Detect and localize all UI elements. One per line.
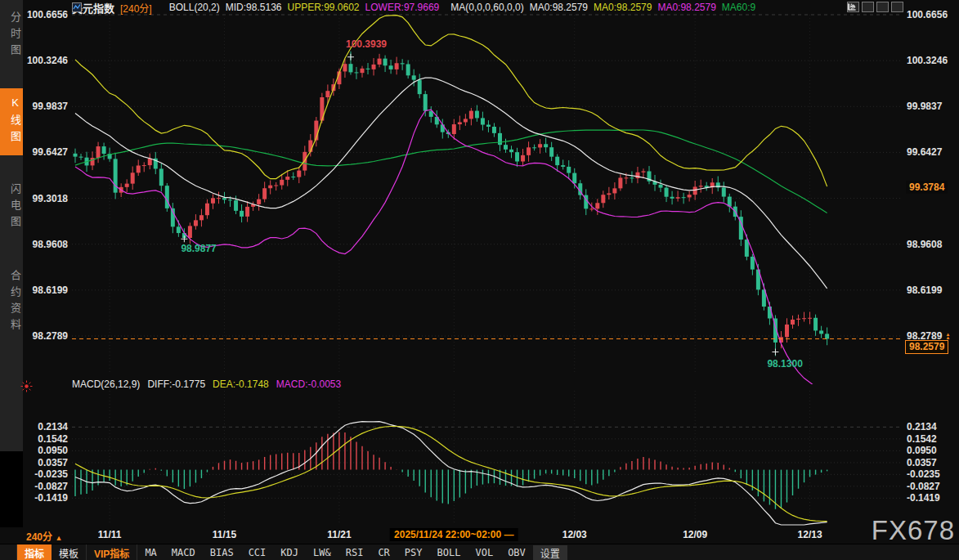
period-selector[interactable]: 240分 ▲ <box>26 529 62 543</box>
price-tick-label: 98.2789 <box>33 330 68 342</box>
high-price-annotation: 100.3939 <box>346 38 387 50</box>
chart-mode-tabs: 分时图 K线图 闪电图 合约资料 <box>0 0 23 451</box>
indicator-buttons: MAMACDBIASCCIKDJLW&RSICRPSYBOLLVOLOBV设置 <box>137 544 567 560</box>
chart-window: 美元指数 [240分] BOLL(20,2) MID:98.5136 UPPER… <box>23 0 959 527</box>
macd-params-label: MACD(26,12,9) <box>72 379 140 390</box>
price-pane[interactable] <box>72 0 906 384</box>
price-tick-label: 98.6199 <box>907 284 942 296</box>
ma0-yellow-value: MA0:98.2579 <box>594 2 652 13</box>
low-price-annotation-1: 98.9877 <box>181 243 216 254</box>
date-tick-label: 12/09 <box>683 529 707 540</box>
macd-diff-value: DIFF:-0.1775 <box>147 379 205 390</box>
price-tick-label: -0.1419 <box>34 492 68 504</box>
macd-pane[interactable] <box>72 384 906 530</box>
macd-header: MACD(26,12,9) DIFF:-0.1775 DEA:-0.1748 M… <box>72 379 341 390</box>
price-tick-label: 100.6656 <box>27 9 68 20</box>
date-tick-label: 11/11 <box>98 529 122 540</box>
price-tick-label: 0.0357 <box>907 457 937 468</box>
sidebar-tab-contract-info[interactable]: 合约资料 <box>0 262 23 343</box>
price-tick-label: 99.6427 <box>907 146 942 158</box>
date-tick-label: 12/13 <box>798 529 822 540</box>
indicator-button-macd[interactable]: MACD <box>164 544 203 560</box>
indicator-toolbar: 指标 模板 VIP指标 MAMACDBIASCCIKDJLW&RSICRPSYB… <box>0 544 959 560</box>
price-tick-label: -0.0827 <box>907 481 940 492</box>
ma-label: MA(0,0,0,60,0,0) <box>450 2 523 13</box>
ma60-value: MA60:9 <box>722 2 755 13</box>
indicator-header: 美元指数 [240分] BOLL(20,2) MID:98.5136 UPPER… <box>72 1 755 14</box>
left-sidebar: 分时图 K线图 闪电图 合约资料 <box>0 0 23 527</box>
indicator-button-cci[interactable]: CCI <box>241 544 274 560</box>
sidebar-tab-kline[interactable]: K线图 <box>0 88 23 155</box>
price-tick-label: 100.3246 <box>907 55 948 66</box>
left-price-axis: 100.6656100.324699.983799.642799.301898.… <box>23 0 69 530</box>
indicator-button-bias[interactable]: BIAS <box>203 544 241 560</box>
price-tick-label: 0.1542 <box>907 433 937 445</box>
date-tick-label: 11/21 <box>327 529 351 540</box>
prev-close-badge: 99.3784 <box>906 181 948 194</box>
last-price-box: 98.2579 <box>905 340 948 354</box>
price-tick-label: 0.2134 <box>907 421 937 432</box>
date-tick-label: 12/03 <box>562 529 587 540</box>
crosshair-datetime-label: 2025/11/24 22:00~02:00 — <box>390 528 518 541</box>
period-label[interactable]: [240分] <box>120 1 152 15</box>
right-price-axis: 99.3784 98.2579 100.6656100.324699.98379… <box>904 0 959 530</box>
indicator-button-cr[interactable]: CR <box>370 544 397 560</box>
indicator-button-kdj[interactable]: KDJ <box>273 544 306 560</box>
price-tick-label: 99.9837 <box>907 101 942 112</box>
price-tick-label: 99.6427 <box>33 146 68 158</box>
indicator-button-lw[interactable]: LW& <box>306 544 338 560</box>
indicator-button-vol[interactable]: VOL <box>468 544 500 560</box>
indicator-button-boll[interactable]: BOLL <box>430 544 468 560</box>
tab-templates[interactable]: 模板 <box>52 544 86 560</box>
ma0-magenta-value: MA0:98.2579 <box>657 2 715 13</box>
price-tick-label: 98.9608 <box>907 239 942 250</box>
indicator-button-obv[interactable]: OBV <box>500 544 533 560</box>
chart-plot-area[interactable] <box>72 0 906 530</box>
indicator-button-rsi[interactable]: RSI <box>338 544 371 560</box>
boll-lower-value: LOWER:97.9669 <box>365 2 440 13</box>
price-tick-label: 0.0950 <box>38 445 68 456</box>
price-tick-label: 0.1542 <box>38 433 68 445</box>
sidebar-tab-lightning[interactable]: 闪电图 <box>0 175 23 240</box>
macd-macd-value: MACD:-0.0053 <box>276 379 341 390</box>
period-up-arrow-icon: ▲ <box>55 534 62 542</box>
price-tick-label: 0.0950 <box>907 445 937 456</box>
tab-indicators[interactable]: 指标 <box>17 544 52 560</box>
date-tick-label: 11/15 <box>213 529 236 540</box>
price-tick-label: -0.0827 <box>34 481 68 492</box>
price-tick-label: 0.0357 <box>38 457 68 468</box>
price-tick-label: 0.2134 <box>38 421 68 432</box>
boll-upper-value: UPPER:99.0602 <box>287 2 359 13</box>
indicator-button-ma[interactable]: MA <box>137 544 164 560</box>
ma0-white-value: MA0:98.2579 <box>530 2 588 13</box>
price-tick-label: -0.0235 <box>34 468 68 480</box>
seek-price-arrows-icon: ▲▲ <box>945 333 950 339</box>
chart-window-buttons <box>847 2 903 12</box>
indicator-button-psy[interactable]: PSY <box>397 544 430 560</box>
watermark: FX678 <box>872 515 955 546</box>
price-tick-label: 98.6199 <box>33 284 68 296</box>
toolbar-corner <box>0 544 17 560</box>
tab-vip-indicators[interactable]: VIP指标 <box>86 544 137 560</box>
indicator-button-[interactable]: 设置 <box>533 545 567 560</box>
price-tick-label: 100.3246 <box>27 55 68 66</box>
price-tick-label: 100.6656 <box>907 9 948 20</box>
low-price-annotation-2: 98.1300 <box>767 358 802 370</box>
boll-label: BOLL(20,2) <box>169 2 220 13</box>
price-tick-label: 99.9837 <box>33 101 68 112</box>
sidebar-tab-timeline[interactable]: 分时图 <box>0 3 23 69</box>
price-tick-label: -0.1419 <box>907 492 940 504</box>
time-axis: 240分 ▲ 2025/11/24 22:00~02:00 — 11/1111/… <box>0 527 959 544</box>
price-tick-label: 99.3018 <box>33 193 68 204</box>
add-pane-down-button[interactable] <box>876 2 889 12</box>
macd-dea-value: DEA:-0.1748 <box>213 379 269 390</box>
price-tick-label: 98.9608 <box>33 239 68 250</box>
price-tick-label: -0.0235 <box>907 468 940 480</box>
shift-right-button[interactable] <box>891 2 903 12</box>
boll-mid-value: MID:98.5136 <box>226 2 282 13</box>
add-pane-up-button[interactable] <box>862 2 874 12</box>
